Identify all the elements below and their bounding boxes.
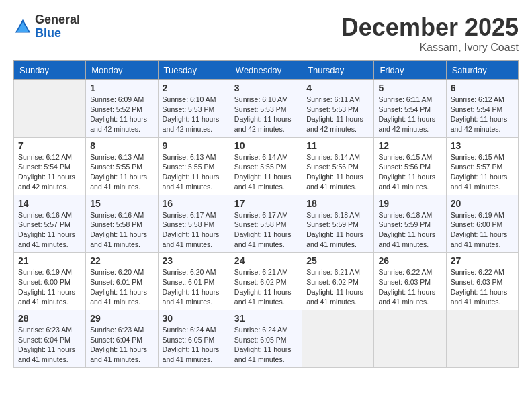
logo-general: General (35, 13, 80, 27)
day-info: Sunrise: 6:12 AMSunset: 5:54 PMDaylight:… (18, 152, 81, 192)
calendar-table: SundayMondayTuesdayWednesdayThursdayFrid… (13, 60, 519, 368)
calendar-cell: 4Sunrise: 6:11 AMSunset: 5:53 PMDaylight… (302, 80, 374, 138)
calendar-cell: 19Sunrise: 6:18 AMSunset: 5:59 PMDayligh… (374, 195, 446, 253)
day-number: 15 (90, 198, 153, 209)
calendar-header-wednesday: Wednesday (230, 61, 302, 80)
day-number: 11 (306, 140, 369, 151)
logo-blue: Blue (35, 27, 80, 40)
day-info: Sunrise: 6:20 AMSunset: 6:01 PMDaylight:… (163, 267, 226, 307)
day-info: Sunrise: 6:23 AMSunset: 6:04 PMDaylight:… (90, 325, 153, 365)
calendar-cell: 8Sunrise: 6:13 AMSunset: 5:55 PMDaylight… (86, 137, 158, 195)
day-number: 2 (163, 83, 226, 93)
day-number: 29 (90, 313, 153, 324)
day-number: 7 (18, 140, 81, 151)
page-header: General Blue December 2025 Kassam, Ivory… (13, 13, 519, 54)
calendar-header-tuesday: Tuesday (158, 61, 230, 80)
calendar-header-friday: Friday (374, 61, 446, 80)
calendar-cell: 20Sunrise: 6:19 AMSunset: 6:00 PMDayligh… (446, 195, 518, 253)
calendar-week-5: 28Sunrise: 6:23 AMSunset: 6:04 PMDayligh… (14, 310, 519, 368)
day-number: 31 (234, 313, 298, 324)
day-info: Sunrise: 6:14 AMSunset: 5:55 PMDaylight:… (234, 152, 298, 192)
calendar-cell: 6Sunrise: 6:12 AMSunset: 5:54 PMDaylight… (446, 80, 518, 138)
day-info: Sunrise: 6:23 AMSunset: 6:04 PMDaylight:… (18, 325, 81, 365)
calendar-week-4: 21Sunrise: 6:19 AMSunset: 6:00 PMDayligh… (14, 253, 519, 310)
calendar-cell: 11Sunrise: 6:14 AMSunset: 5:56 PMDayligh… (302, 137, 374, 195)
logo-icon (13, 17, 32, 36)
calendar-cell: 12Sunrise: 6:15 AMSunset: 5:56 PMDayligh… (374, 137, 446, 195)
calendar-cell: 24Sunrise: 6:21 AMSunset: 6:02 PMDayligh… (230, 253, 302, 310)
calendar-cell: 28Sunrise: 6:23 AMSunset: 6:04 PMDayligh… (14, 310, 86, 368)
calendar-week-3: 14Sunrise: 6:16 AMSunset: 5:57 PMDayligh… (14, 195, 519, 253)
calendar-cell (446, 310, 518, 368)
day-number: 27 (451, 255, 514, 266)
day-info: Sunrise: 6:19 AMSunset: 6:00 PMDaylight:… (18, 267, 81, 307)
day-number: 9 (163, 140, 226, 151)
logo-text: General Blue (35, 13, 80, 40)
calendar-cell: 2Sunrise: 6:10 AMSunset: 5:53 PMDaylight… (158, 80, 230, 138)
day-number: 1 (90, 83, 153, 93)
day-number: 3 (234, 83, 298, 93)
calendar-cell: 29Sunrise: 6:23 AMSunset: 6:04 PMDayligh… (86, 310, 158, 368)
calendar-cell (374, 310, 446, 368)
calendar-cell: 18Sunrise: 6:18 AMSunset: 5:59 PMDayligh… (302, 195, 374, 253)
day-info: Sunrise: 6:10 AMSunset: 5:53 PMDaylight:… (234, 95, 298, 134)
calendar-cell: 26Sunrise: 6:22 AMSunset: 6:03 PMDayligh… (374, 253, 446, 310)
day-number: 21 (18, 255, 81, 266)
title-section: December 2025 Kassam, Ivory Coast (341, 13, 519, 54)
day-info: Sunrise: 6:18 AMSunset: 5:59 PMDaylight:… (306, 210, 369, 250)
calendar-header-thursday: Thursday (302, 61, 374, 80)
day-number: 20 (451, 198, 514, 209)
day-info: Sunrise: 6:15 AMSunset: 5:57 PMDaylight:… (451, 152, 514, 192)
month-title: December 2025 (341, 13, 519, 42)
day-info: Sunrise: 6:13 AMSunset: 5:55 PMDaylight:… (90, 152, 153, 192)
calendar-header-sunday: Sunday (14, 61, 86, 80)
day-number: 10 (234, 140, 298, 151)
day-number: 6 (451, 83, 514, 93)
calendar-cell: 23Sunrise: 6:20 AMSunset: 6:01 PMDayligh… (158, 253, 230, 310)
calendar-cell (302, 310, 374, 368)
location: Kassam, Ivory Coast (341, 42, 519, 54)
day-number: 30 (163, 313, 226, 324)
day-info: Sunrise: 6:19 AMSunset: 6:00 PMDaylight:… (451, 210, 514, 250)
calendar-cell: 22Sunrise: 6:20 AMSunset: 6:01 PMDayligh… (86, 253, 158, 310)
day-number: 26 (378, 255, 441, 266)
calendar-cell: 21Sunrise: 6:19 AMSunset: 6:00 PMDayligh… (14, 253, 86, 310)
calendar-cell: 17Sunrise: 6:17 AMSunset: 5:58 PMDayligh… (230, 195, 302, 253)
calendar-cell: 30Sunrise: 6:24 AMSunset: 6:05 PMDayligh… (158, 310, 230, 368)
day-number: 5 (378, 83, 441, 93)
calendar-cell: 16Sunrise: 6:17 AMSunset: 5:58 PMDayligh… (158, 195, 230, 253)
day-info: Sunrise: 6:22 AMSunset: 6:03 PMDaylight:… (451, 267, 514, 307)
day-info: Sunrise: 6:22 AMSunset: 6:03 PMDaylight:… (378, 267, 441, 307)
calendar-header-row: SundayMondayTuesdayWednesdayThursdayFrid… (14, 61, 519, 80)
day-number: 14 (18, 198, 81, 209)
day-info: Sunrise: 6:12 AMSunset: 5:54 PMDaylight:… (451, 95, 514, 134)
day-info: Sunrise: 6:17 AMSunset: 5:58 PMDaylight:… (234, 210, 298, 250)
calendar-cell: 31Sunrise: 6:24 AMSunset: 6:05 PMDayligh… (230, 310, 302, 368)
day-number: 28 (18, 313, 81, 324)
calendar-cell (14, 80, 86, 138)
calendar-week-1: 1Sunrise: 6:09 AMSunset: 5:52 PMDaylight… (14, 80, 519, 138)
day-number: 25 (306, 255, 369, 266)
day-info: Sunrise: 6:21 AMSunset: 6:02 PMDaylight:… (306, 267, 369, 307)
calendar-cell: 15Sunrise: 6:16 AMSunset: 5:58 PMDayligh… (86, 195, 158, 253)
calendar-week-2: 7Sunrise: 6:12 AMSunset: 5:54 PMDaylight… (14, 137, 519, 195)
day-info: Sunrise: 6:16 AMSunset: 5:57 PMDaylight:… (18, 210, 81, 250)
day-info: Sunrise: 6:24 AMSunset: 6:05 PMDaylight:… (163, 325, 226, 365)
calendar-cell: 27Sunrise: 6:22 AMSunset: 6:03 PMDayligh… (446, 253, 518, 310)
calendar-cell: 10Sunrise: 6:14 AMSunset: 5:55 PMDayligh… (230, 137, 302, 195)
day-number: 13 (451, 140, 514, 151)
day-info: Sunrise: 6:24 AMSunset: 6:05 PMDaylight:… (234, 325, 298, 365)
day-number: 18 (306, 198, 369, 209)
day-number: 17 (234, 198, 298, 209)
day-info: Sunrise: 6:09 AMSunset: 5:52 PMDaylight:… (90, 95, 153, 134)
calendar-cell: 14Sunrise: 6:16 AMSunset: 5:57 PMDayligh… (14, 195, 86, 253)
calendar-cell: 9Sunrise: 6:13 AMSunset: 5:55 PMDaylight… (158, 137, 230, 195)
day-number: 22 (90, 255, 153, 266)
calendar-header-saturday: Saturday (446, 61, 518, 80)
day-number: 23 (163, 255, 226, 266)
calendar-cell: 1Sunrise: 6:09 AMSunset: 5:52 PMDaylight… (86, 80, 158, 138)
logo: General Blue (13, 13, 80, 40)
day-number: 24 (234, 255, 298, 266)
calendar-cell: 25Sunrise: 6:21 AMSunset: 6:02 PMDayligh… (302, 253, 374, 310)
day-info: Sunrise: 6:11 AMSunset: 5:54 PMDaylight:… (378, 95, 441, 134)
